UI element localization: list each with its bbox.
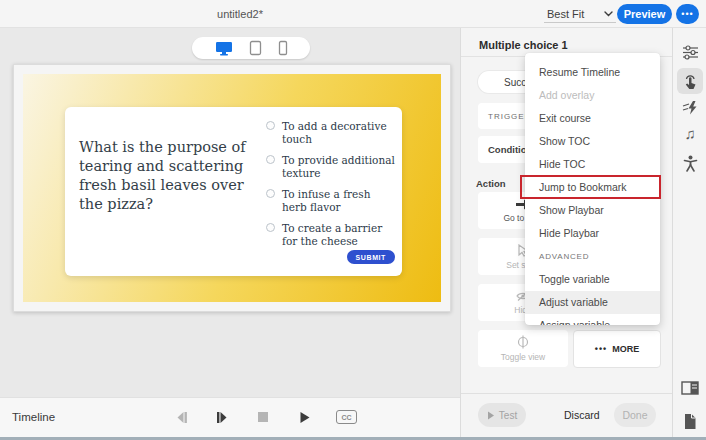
tablet-icon[interactable]	[249, 40, 262, 56]
action-tile-toggle-view[interactable]: Toggle view	[478, 330, 568, 367]
quiz-option[interactable]: To create a barrier for the cheese	[266, 222, 398, 248]
chevron-down-icon	[604, 11, 613, 17]
discard-button[interactable]: Discard	[564, 409, 600, 421]
option-label: To create a barrier for the cheese	[282, 222, 398, 248]
test-label: Test	[499, 410, 517, 421]
quiz-card[interactable]: What is the purpose of tearing and scatt…	[65, 107, 402, 276]
right-icon-rail: ♫	[672, 28, 706, 440]
menu-item-toggle-variable[interactable]: Toggle variable	[525, 268, 660, 291]
menu-item-jump-to-bookmark[interactable]: Jump to Bookmark	[525, 176, 660, 199]
interaction-tap-icon[interactable]	[681, 72, 699, 90]
tile-label: Toggle view	[501, 352, 545, 362]
tune-sliders-icon[interactable]	[681, 43, 699, 61]
closed-captions-icon[interactable]: CC	[336, 410, 357, 424]
slide-frame: What is the purpose of tearing and scatt…	[13, 64, 451, 312]
ellipsis-icon: •••	[595, 344, 607, 354]
quiz-question: What is the purpose of tearing and scatt…	[79, 138, 263, 214]
quiz-options: To add a decorative touch To provide add…	[266, 120, 398, 248]
stop-icon[interactable]	[254, 409, 272, 425]
divider	[461, 393, 673, 394]
desktop-icon[interactable]	[214, 40, 234, 56]
menu-item-clipped[interactable]: Assign variable	[525, 314, 660, 325]
radio-icon[interactable]	[266, 189, 275, 198]
radio-icon[interactable]	[266, 121, 275, 130]
effects-icon[interactable]	[681, 99, 699, 117]
device-preview-switcher	[192, 37, 310, 59]
app-window: What is the purpose of tearing and scatt…	[0, 0, 706, 440]
menu-item-show-toc[interactable]: Show TOC	[525, 130, 660, 153]
audio-icon[interactable]: ♫	[681, 125, 699, 143]
panel-layout-icon[interactable]	[681, 379, 699, 397]
menu-item-add-overlay: Add overlay	[525, 84, 660, 107]
quiz-option[interactable]: To infuse a fresh herb flavor	[266, 188, 398, 214]
radio-icon[interactable]	[266, 155, 275, 164]
play-icon[interactable]	[295, 409, 313, 425]
quiz-option[interactable]: To add a decorative touch	[266, 120, 398, 146]
accessibility-icon[interactable]	[681, 154, 699, 172]
done-button[interactable]: Done	[614, 403, 656, 427]
step-forward-icon[interactable]	[213, 409, 231, 425]
slide-background[interactable]: What is the purpose of tearing and scatt…	[23, 74, 441, 302]
option-label: To provide additional texture	[282, 154, 398, 180]
more-options-button[interactable]: •••	[676, 4, 699, 24]
submit-button[interactable]: SUBMIT	[347, 250, 395, 264]
step-back-icon[interactable]	[172, 409, 190, 425]
timeline-label: Timeline	[12, 411, 55, 423]
menu-item-hide-playbar[interactable]: Hide Playbar	[525, 222, 660, 245]
option-label: To infuse a fresh herb flavor	[282, 188, 398, 214]
more-label: MORE	[612, 344, 639, 354]
play-icon	[487, 411, 495, 420]
zoom-fit-label: Best Fit	[547, 8, 584, 20]
action-section-label: Action	[476, 178, 506, 189]
panel-title: Multiple choice 1	[479, 39, 568, 51]
quiz-option[interactable]: To provide additional texture	[266, 154, 398, 180]
menu-item-adjust-variable[interactable]: Adjust variable	[525, 291, 660, 314]
slide-canvas: What is the purpose of tearing and scatt…	[0, 28, 460, 397]
test-button[interactable]: Test	[478, 403, 526, 427]
document-icon[interactable]	[681, 412, 699, 430]
menu-section-advanced: ADVANCED	[525, 245, 660, 268]
radio-icon[interactable]	[266, 223, 275, 232]
top-bar: untitled2* Best Fit Preview •••	[0, 0, 706, 28]
menu-item-resume-timeline[interactable]: Resume Timeline	[525, 61, 660, 84]
phone-icon[interactable]	[278, 40, 288, 56]
timeline-bar: Timeline CC	[0, 397, 460, 440]
zoom-fit-dropdown[interactable]: Best Fit	[544, 5, 616, 23]
menu-item-exit-course[interactable]: Exit course	[525, 107, 660, 130]
menu-item-show-playbar[interactable]: Show Playbar	[525, 199, 660, 222]
option-label: To add a decorative touch	[282, 120, 398, 146]
preview-button[interactable]: Preview	[617, 4, 672, 24]
document-title: untitled2*	[160, 8, 320, 20]
toggle-view-icon	[516, 335, 530, 349]
trigger-action-menu: Resume Timeline Add overlay Exit course …	[525, 53, 660, 325]
more-actions-button[interactable]: ••• MORE	[573, 330, 661, 368]
menu-item-hide-toc[interactable]: Hide TOC	[525, 153, 660, 176]
playback-controls: CC	[172, 409, 357, 425]
